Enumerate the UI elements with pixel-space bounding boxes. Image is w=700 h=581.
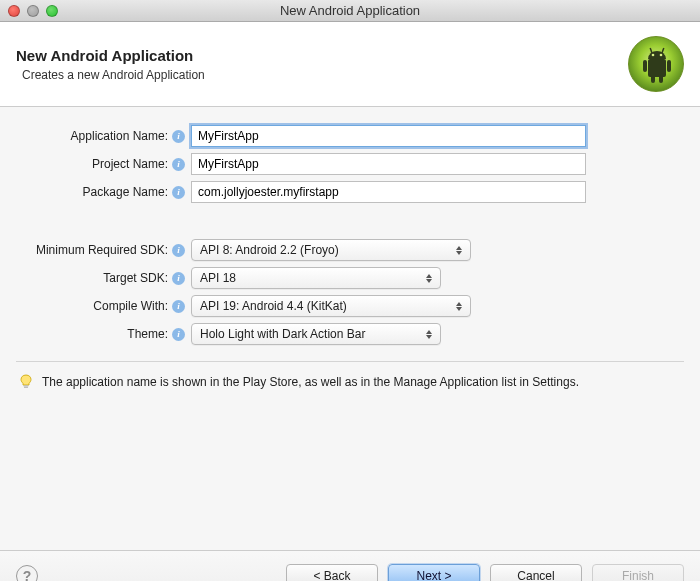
- package-name-label: Package Name:: [16, 185, 168, 199]
- hint-text: The application name is shown in the Pla…: [42, 375, 579, 389]
- svg-rect-9: [24, 385, 29, 386]
- window-title: New Android Application: [0, 3, 700, 18]
- compile-with-value: API 19: Android 4.4 (KitKat): [200, 299, 347, 313]
- finish-button: Finish: [592, 564, 684, 581]
- chevron-updown-icon: [422, 326, 436, 342]
- chevron-updown-icon: [452, 298, 466, 314]
- wizard-header: New Android Application Creates a new An…: [0, 22, 700, 107]
- compile-with-label: Compile With:: [16, 299, 168, 313]
- divider: [16, 361, 684, 362]
- next-button[interactable]: Next >: [388, 564, 480, 581]
- info-icon[interactable]: i: [172, 328, 185, 341]
- minimum-sdk-label: Minimum Required SDK:: [16, 243, 168, 257]
- page-title: New Android Application: [16, 47, 205, 64]
- close-icon[interactable]: [8, 5, 20, 17]
- application-name-label: Application Name:: [16, 129, 168, 143]
- info-icon[interactable]: i: [172, 186, 185, 199]
- svg-rect-10: [24, 387, 28, 388]
- project-name-input[interactable]: [191, 153, 586, 175]
- info-icon[interactable]: i: [172, 300, 185, 313]
- window-titlebar: New Android Application: [0, 0, 700, 22]
- android-logo-icon: [628, 36, 684, 92]
- application-name-input[interactable]: [191, 125, 586, 147]
- row-target-sdk: Target SDK: i API 18: [16, 267, 684, 289]
- theme-value: Holo Light with Dark Action Bar: [200, 327, 365, 341]
- svg-rect-2: [667, 60, 671, 72]
- hint-row: The application name is shown in the Pla…: [16, 372, 684, 392]
- wizard-content: Application Name: i Project Name: i Pack…: [0, 107, 700, 551]
- page-subtitle: Creates a new Android Application: [22, 68, 205, 82]
- svg-rect-6: [661, 48, 664, 54]
- project-name-label: Project Name:: [16, 157, 168, 171]
- svg-point-7: [652, 54, 655, 57]
- cancel-button[interactable]: Cancel: [490, 564, 582, 581]
- compile-with-select[interactable]: API 19: Android 4.4 (KitKat): [191, 295, 471, 317]
- theme-select[interactable]: Holo Light with Dark Action Bar: [191, 323, 441, 345]
- svg-rect-1: [643, 60, 647, 72]
- theme-label: Theme:: [16, 327, 168, 341]
- svg-rect-5: [650, 48, 653, 54]
- minimize-icon[interactable]: [27, 5, 39, 17]
- svg-point-8: [660, 54, 663, 57]
- package-name-input[interactable]: [191, 181, 586, 203]
- chevron-updown-icon: [452, 242, 466, 258]
- row-compile-with: Compile With: i API 19: Android 4.4 (Kit…: [16, 295, 684, 317]
- lightbulb-icon: [18, 374, 34, 390]
- row-theme: Theme: i Holo Light with Dark Action Bar: [16, 323, 684, 345]
- info-icon[interactable]: i: [172, 130, 185, 143]
- svg-rect-3: [651, 75, 655, 83]
- row-package-name: Package Name: i: [16, 181, 684, 203]
- target-sdk-label: Target SDK:: [16, 271, 168, 285]
- svg-rect-4: [659, 75, 663, 83]
- zoom-icon[interactable]: [46, 5, 58, 17]
- minimum-sdk-select[interactable]: API 8: Android 2.2 (Froyo): [191, 239, 471, 261]
- target-sdk-value: API 18: [200, 271, 236, 285]
- row-project-name: Project Name: i: [16, 153, 684, 175]
- row-application-name: Application Name: i: [16, 125, 684, 147]
- target-sdk-select[interactable]: API 18: [191, 267, 441, 289]
- chevron-updown-icon: [422, 270, 436, 286]
- row-minimum-sdk: Minimum Required SDK: i API 8: Android 2…: [16, 239, 684, 261]
- info-icon[interactable]: i: [172, 244, 185, 257]
- minimum-sdk-value: API 8: Android 2.2 (Froyo): [200, 243, 339, 257]
- help-icon[interactable]: ?: [16, 565, 38, 581]
- wizard-footer: ? < Back Next > Cancel Finish: [0, 551, 700, 581]
- info-icon[interactable]: i: [172, 158, 185, 171]
- info-icon[interactable]: i: [172, 272, 185, 285]
- svg-rect-0: [648, 59, 666, 77]
- window-traffic-lights: [8, 5, 58, 17]
- back-button[interactable]: < Back: [286, 564, 378, 581]
